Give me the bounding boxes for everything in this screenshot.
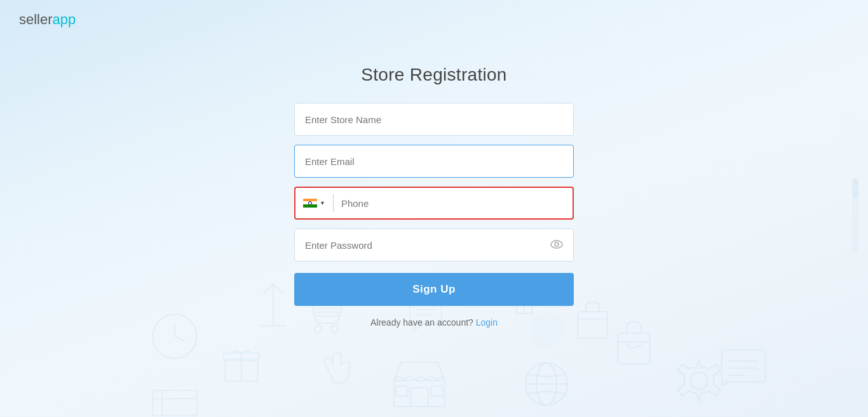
svg-rect-16 bbox=[394, 380, 445, 406]
svg-point-44 bbox=[555, 242, 559, 246]
password-field-wrapper bbox=[294, 228, 574, 261]
login-prompt: Already have an account? Login bbox=[294, 317, 574, 328]
phone-input[interactable] bbox=[341, 198, 565, 209]
svg-rect-40 bbox=[153, 390, 197, 416]
flag-stripe-green bbox=[303, 204, 317, 208]
svg-point-27 bbox=[691, 373, 708, 390]
main-content: Store Registration ▼ bbox=[0, 39, 868, 328]
svg-rect-4 bbox=[224, 353, 259, 361]
logo-app: app bbox=[53, 11, 76, 27]
page-title: Store Registration bbox=[361, 65, 507, 85]
header: sellerapp bbox=[0, 0, 868, 39]
svg-rect-25 bbox=[618, 333, 649, 364]
svg-rect-19 bbox=[431, 386, 442, 396]
svg-rect-18 bbox=[396, 386, 407, 396]
india-flag bbox=[303, 199, 317, 208]
phone-field-wrapper: ▼ bbox=[294, 187, 574, 220]
country-dropdown-arrow: ▼ bbox=[320, 200, 325, 206]
logo-seller: seller bbox=[19, 11, 53, 27]
country-selector[interactable]: ▼ bbox=[303, 199, 325, 208]
svg-rect-17 bbox=[410, 388, 428, 407]
svg-point-20 bbox=[526, 363, 568, 406]
password-input[interactable] bbox=[305, 240, 548, 251]
email-input[interactable] bbox=[294, 145, 574, 178]
login-link[interactable]: Login bbox=[476, 317, 498, 328]
svg-rect-3 bbox=[225, 359, 257, 381]
svg-line-2 bbox=[175, 336, 185, 341]
svg-point-43 bbox=[551, 241, 562, 248]
svg-rect-28 bbox=[722, 350, 766, 381]
phone-divider bbox=[333, 194, 334, 212]
store-name-input[interactable] bbox=[294, 103, 574, 136]
already-account-text: Already have an account? bbox=[370, 317, 473, 328]
svg-point-21 bbox=[536, 363, 557, 406]
signup-button[interactable]: Sign Up bbox=[294, 273, 574, 306]
toggle-password-icon[interactable] bbox=[548, 236, 566, 255]
registration-form: ▼ Sign Up Already have an account? Login bbox=[294, 103, 574, 328]
logo: sellerapp bbox=[19, 11, 849, 28]
